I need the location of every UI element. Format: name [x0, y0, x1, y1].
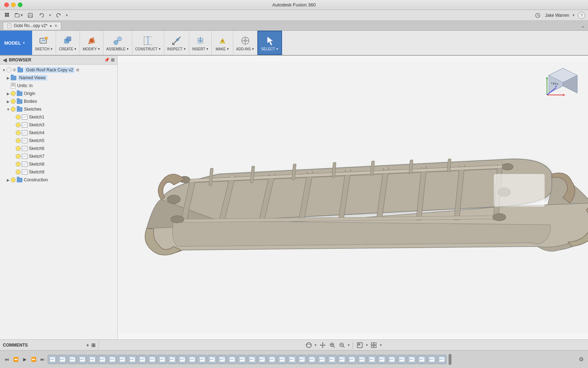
minimize-button[interactable]	[11, 2, 16, 7]
root-visibility-icon[interactable]	[6, 67, 11, 72]
sketches-eye-icon[interactable]	[11, 107, 16, 112]
sketch7-eye-icon[interactable]	[16, 154, 21, 159]
help-button[interactable]: ?	[578, 12, 585, 19]
timeline-item-23[interactable]	[267, 355, 277, 364]
tree-sketch8[interactable]: Sketch8	[0, 160, 117, 168]
view-style-button[interactable]	[369, 341, 378, 349]
undo-button[interactable]	[37, 11, 46, 20]
construction-expand[interactable]: ▶	[6, 178, 11, 182]
tab-expand-icon[interactable]: ⌄	[581, 23, 585, 29]
sidebar-collapse-icon[interactable]: ◀	[3, 57, 7, 63]
redo-button[interactable]	[54, 11, 63, 20]
add-comment-icon[interactable]: +	[86, 342, 89, 348]
bodies-expand[interactable]: ▶	[6, 100, 11, 104]
construction-eye-icon[interactable]	[11, 177, 16, 182]
timeline-item-38[interactable]	[417, 355, 426, 364]
timeline-item-7[interactable]	[108, 355, 117, 364]
timeline-item-40[interactable]	[437, 355, 446, 364]
ribbon-make[interactable]: MAKE ▼	[212, 31, 233, 55]
timeline-item-35[interactable]	[387, 355, 397, 364]
ribbon-create[interactable]: CREATE ▼	[56, 31, 80, 55]
display-mode-button[interactable]	[356, 341, 364, 349]
ribbon-insert[interactable]: INSERT ▼	[189, 31, 212, 55]
tree-sketch5[interactable]: Sketch5	[0, 137, 117, 145]
timeline-item-12[interactable]	[158, 355, 167, 364]
tree-sketch3[interactable]: Sketch3	[0, 121, 117, 129]
origin-expand[interactable]: ▶	[6, 92, 11, 96]
root-expand-icon[interactable]: ▼	[1, 68, 6, 72]
ribbon-inspect[interactable]: INSPECT ▼	[164, 31, 189, 55]
timeline-item-28[interactable]	[317, 355, 327, 364]
bodies-eye-icon[interactable]	[11, 99, 16, 104]
timeline-item-22[interactable]	[257, 355, 267, 364]
history-icon[interactable]	[533, 11, 542, 20]
timeline-item-20[interactable]	[237, 355, 247, 364]
pan-button[interactable]	[318, 341, 327, 349]
viewport[interactable]: LEFT	[118, 56, 588, 339]
timeline-item-26[interactable]	[297, 355, 307, 364]
timeline-next-button[interactable]: ⏩	[30, 356, 37, 363]
file-menu-button[interactable]: ▼	[14, 11, 24, 20]
timeline-item-36[interactable]	[397, 355, 407, 364]
timeline-item-9[interactable]	[128, 355, 137, 364]
timeline-item-4[interactable]	[78, 355, 87, 364]
sketch6-eye-icon[interactable]	[16, 146, 21, 151]
maximize-button[interactable]	[18, 2, 22, 7]
timeline-item-13[interactable]	[168, 355, 177, 364]
timeline-item-39[interactable]	[427, 355, 436, 364]
tree-sketch6[interactable]: Sketch6	[0, 145, 117, 152]
timeline-item-33[interactable]	[367, 355, 377, 364]
ribbon-addins[interactable]: ADD-INS ▼	[233, 31, 257, 55]
timeline-item-2[interactable]	[58, 355, 67, 364]
timeline-end-marker[interactable]	[449, 354, 451, 365]
tree-construction[interactable]: ▶ Construction	[0, 176, 117, 184]
save-button[interactable]	[26, 11, 35, 20]
timeline-item-32[interactable]	[357, 355, 367, 364]
timeline-item-17[interactable]	[208, 355, 217, 364]
tree-sketch4[interactable]: Sketch4	[0, 129, 117, 137]
app-grid-icon[interactable]	[3, 11, 12, 20]
timeline-item-8[interactable]	[118, 355, 127, 364]
zoom-out-button[interactable]	[338, 341, 346, 349]
model-menu-button[interactable]: MODEL ▼	[0, 31, 32, 55]
timeline-item-31[interactable]	[347, 355, 357, 364]
sketches-expand[interactable]: ▼	[6, 107, 11, 111]
display-dropdown[interactable]: ▼	[365, 343, 368, 347]
tree-sketch7[interactable]: Sketch7	[0, 152, 117, 160]
timeline-start-button[interactable]: ⏮	[3, 356, 11, 363]
navigation-cube[interactable]: LEFT	[545, 63, 581, 99]
ribbon-select[interactable]: SELECT ▼	[257, 31, 282, 55]
timeline-item-27[interactable]	[307, 355, 317, 364]
zoom-dropdown[interactable]: ▼	[347, 343, 351, 347]
origin-eye-icon[interactable]	[11, 91, 16, 96]
timeline-settings-icon[interactable]: ⚙	[577, 356, 585, 363]
sketch9-eye-icon[interactable]	[16, 170, 21, 175]
browser-pin-icon[interactable]: 📌	[104, 57, 109, 62]
tree-sketches[interactable]: ▼ Sketches	[0, 105, 117, 113]
timeline-item-10[interactable]	[138, 355, 147, 364]
ribbon-sketch[interactable]: SKETCH ▼	[32, 31, 56, 55]
browser-expand-icon[interactable]: ⊞	[111, 57, 114, 62]
sketch3-eye-icon[interactable]	[16, 122, 21, 127]
timeline-item-34[interactable]	[377, 355, 387, 364]
timeline-item-1[interactable]	[48, 355, 57, 364]
timeline-item-5[interactable]	[88, 355, 97, 364]
zoom-in-button[interactable]	[328, 341, 337, 349]
timeline-item-25[interactable]	[287, 355, 297, 364]
orbit-dropdown[interactable]: ▼	[314, 343, 317, 347]
tree-sketch1[interactable]: Sketch1	[0, 113, 117, 121]
orbit-button[interactable]	[305, 341, 313, 349]
ribbon-modify[interactable]: MODIFY ▼	[80, 31, 103, 55]
timeline-item-37[interactable]	[407, 355, 416, 364]
timeline-item-14[interactable]	[178, 355, 187, 364]
timeline-item-24[interactable]	[277, 355, 287, 364]
ribbon-assemble[interactable]: ASSEMBLE ▼	[103, 31, 132, 55]
tree-sketch9[interactable]: Sketch9	[0, 168, 117, 176]
view-style-dropdown[interactable]: ▼	[379, 343, 382, 347]
sketch1-eye-icon[interactable]	[16, 115, 21, 120]
timeline-play-button[interactable]: ▶	[21, 356, 29, 363]
comments-expand-icon[interactable]: ⊞	[91, 342, 96, 348]
timeline-item-15[interactable]	[188, 355, 197, 364]
tree-named-views[interactable]: ▶ Named Views	[0, 74, 117, 82]
timeline-item-30[interactable]	[337, 355, 347, 364]
